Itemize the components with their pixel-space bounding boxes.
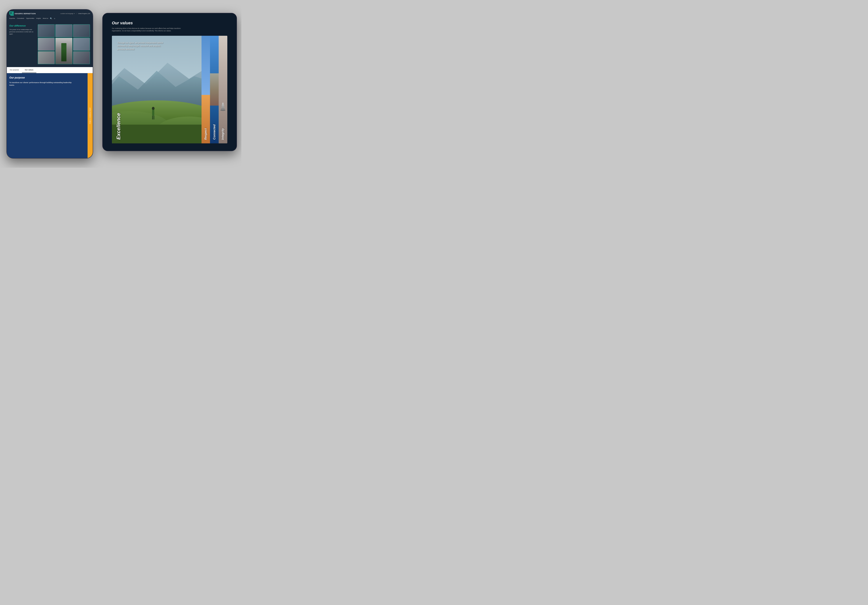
tab-our-values[interactable]: Our values — [22, 67, 37, 73]
difference-section: Our difference The power of our relation… — [7, 22, 93, 67]
excellence-quote: Through our rigour, we provide independe… — [118, 41, 169, 51]
integrity-label: Integrity — [221, 128, 225, 140]
mountain-svg — [112, 36, 202, 144]
tablet-left-inner: ODGERS BERNDTSON Location and language ▾… — [7, 9, 93, 158]
dropdown-arrow-icon: ▾ — [74, 13, 75, 14]
svg-rect-11 — [112, 36, 202, 144]
photo-cell-1 — [38, 24, 55, 37]
location-language-link[interactable]: Location and language ▾ — [60, 13, 75, 14]
values-main-panel: Through our rigour, we provide independe… — [112, 36, 202, 144]
find-consultant-button[interactable]: Find a consultant — [88, 73, 93, 158]
logo-icon — [9, 11, 14, 15]
respect-panel: Respect — [202, 36, 210, 144]
values-side-panels: Respect Connected — [202, 36, 227, 144]
tabs-section: Our purpose Our values — [7, 67, 93, 73]
nav-opportunities[interactable]: Opportunities — [26, 17, 34, 20]
connected-panel: Connected — [210, 36, 219, 144]
photo-cell-2 — [55, 24, 73, 37]
integrity-panel: Integrity — [219, 36, 227, 144]
photo-cell-4 — [38, 38, 55, 51]
nav-top: ODGERS BERNDTSON Location and language ▾… — [9, 11, 90, 15]
photo-cell-6 — [38, 51, 55, 64]
purpose-heading: Our purpose — [9, 76, 90, 79]
nav-right: Location and language ▾ United Kingdom |… — [60, 13, 90, 14]
respect-label: Respect — [204, 128, 208, 140]
svg-point-18 — [221, 108, 225, 110]
svg-point-21 — [222, 104, 224, 105]
nav-links: Expertise Consultants Opportunities Insi… — [9, 17, 90, 20]
purpose-text: To transform our clients' performance th… — [9, 81, 72, 87]
purpose-section: Our purpose To transform our clients' pe… — [7, 73, 93, 158]
tablet-right-inner: Our values Our underlying ethos is that … — [103, 13, 237, 151]
nav-consultants[interactable]: Consultants — [17, 17, 24, 20]
mountain-background: Through our rigour, we provide independe… — [112, 36, 202, 144]
main-content: Our difference The power of our relation… — [7, 22, 93, 158]
nav-bar: ODGERS BERNDTSON Location and language ▾… — [7, 9, 93, 22]
nav-about-us[interactable]: About us — [43, 17, 48, 20]
values-subtext: Our underlying ethos is that what we do … — [112, 27, 189, 32]
values-heading: Our values — [112, 21, 227, 25]
search-icon[interactable]: 🔍 — [50, 17, 52, 20]
values-content: Through our rigour, we provide independe… — [112, 36, 227, 144]
logo-area[interactable]: ODGERS BERNDTSON — [9, 11, 36, 15]
svg-point-22 — [222, 103, 224, 104]
difference-text: Our difference The power of our relation… — [9, 24, 35, 64]
brand-name: ODGERS BERNDTSON — [15, 13, 36, 15]
tab-our-purpose[interactable]: Our purpose — [7, 67, 22, 73]
svg-point-19 — [221, 106, 225, 108]
menu-icon[interactable]: ≡ — [54, 17, 55, 20]
photo-cell-5 — [73, 38, 90, 51]
photo-cell-featured — [55, 38, 73, 64]
difference-description: The power of our relationships and perso… — [9, 29, 35, 35]
photo-cell-7 — [73, 51, 90, 64]
photo-cell-3 — [73, 24, 90, 37]
nav-expertise[interactable]: Expertise — [9, 17, 15, 20]
difference-heading: Our difference — [9, 24, 35, 27]
tablet-left: ODGERS BERNDTSON Location and language ▾… — [6, 9, 93, 158]
tabs-bar: Our purpose Our values — [7, 67, 93, 73]
stones-svg — [220, 102, 226, 111]
photo-grid — [38, 24, 90, 64]
tablet-right: Our values Our underlying ethos is that … — [102, 13, 237, 151]
nav-insights[interactable]: Insights — [36, 17, 41, 20]
scene: ODGERS BERNDTSON Location and language ▾… — [5, 4, 237, 164]
connected-label: Connected — [213, 124, 216, 140]
uk-en-label[interactable]: United Kingdom | EN — [76, 13, 90, 14]
excellence-label: Excellence — [116, 113, 121, 140]
find-consultant-label: Find a consultant — [90, 107, 91, 124]
